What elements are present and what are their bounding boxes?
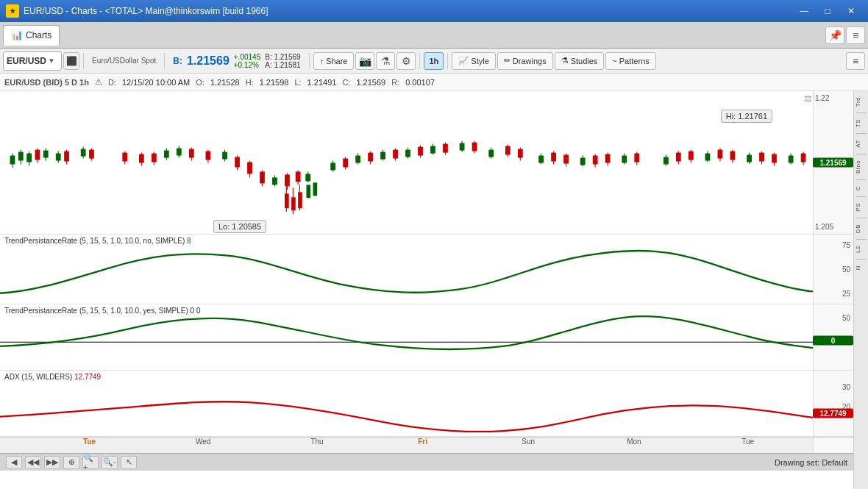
- svg-rect-131: [0, 235, 813, 304]
- zoom-out-button[interactable]: 🔍-: [102, 456, 118, 469]
- sidebar-trd[interactable]: Trd: [855, 94, 868, 110]
- svg-rect-98: [260, 171, 265, 183]
- app-logo: ★: [6, 4, 19, 18]
- svg-rect-96: [235, 157, 240, 168]
- svg-rect-34: [177, 149, 182, 156]
- studies-icon: ⚗: [561, 56, 569, 65]
- svg-rect-42: [430, 146, 435, 154]
- tpr1-svg: [0, 235, 813, 304]
- toolbar-menu-button[interactable]: ≡: [846, 52, 865, 70]
- scale-icon[interactable]: ⚖: [804, 93, 812, 104]
- svg-rect-116: [718, 150, 723, 159]
- low-value: 1.21491: [307, 78, 337, 87]
- svg-rect-100: [296, 171, 301, 182]
- pin-button[interactable]: 📌: [825, 26, 844, 44]
- bid-type-button[interactable]: ⬛: [63, 52, 79, 70]
- svg-rect-46: [580, 158, 586, 165]
- svg-rect-112: [605, 154, 611, 163]
- hi-callout: Hi: 1.21761: [721, 110, 772, 123]
- symbol-selector[interactable]: EUR/USD ▼: [3, 51, 62, 71]
- candle-chart-panel[interactable]: Hi: 1.21761 Lo: 1.20585 1.22 1.21 1.205 …: [0, 91, 853, 235]
- settings-button[interactable]: ⚙: [396, 52, 416, 70]
- zoom-in-button[interactable]: 🔍+: [82, 456, 99, 469]
- close-button[interactable]: ✕: [840, 3, 862, 19]
- sidebar-ts[interactable]: TS: [855, 116, 868, 130]
- sidebar-ps[interactable]: PS: [855, 200, 868, 215]
- menu-button[interactable]: ≡: [846, 26, 865, 44]
- separator-1: [83, 53, 84, 69]
- svg-rect-45: [538, 156, 544, 163]
- tpr1-label: TrendPersistanceRate (5, 15, 5, 1.0, 10.…: [4, 237, 191, 245]
- pointer-button[interactable]: ↖: [121, 456, 137, 469]
- drawings-button[interactable]: ✏ Drawings: [497, 52, 553, 70]
- analyze-button[interactable]: ⚗: [376, 52, 395, 70]
- svg-rect-49: [705, 154, 711, 161]
- svg-rect-32: [81, 149, 86, 157]
- tpr2-value2: 0: [196, 307, 201, 315]
- sidebar-divider-6: [856, 218, 867, 218]
- adx-label: ADX (15, WILDERS) 12.7749: [4, 373, 101, 381]
- minimize-button[interactable]: —: [793, 3, 815, 19]
- sidebar-at[interactable]: AT: [855, 137, 868, 151]
- window-title: EUR/USD - Charts - <TOTAL> Main@thinkors…: [24, 6, 268, 16]
- camera-button[interactable]: 📷: [355, 52, 374, 70]
- share-button[interactable]: ↑ Share: [313, 52, 355, 70]
- current-price-label: 1.21569: [813, 158, 853, 168]
- crosshair-button[interactable]: ⊕: [63, 456, 79, 469]
- sidebar-db[interactable]: DB: [855, 221, 868, 236]
- svg-rect-130: [313, 182, 318, 196]
- svg-rect-101: [343, 159, 348, 168]
- svg-rect-108: [518, 149, 523, 158]
- separator-3: [309, 53, 310, 69]
- charts-tab-label: Charts: [26, 30, 51, 40]
- sidebar-c[interactable]: C: [855, 183, 868, 193]
- chart-info-bar: EUR/USD (BID) 5 D 1h ⚠ D: 12/15/20 10:00…: [0, 74, 868, 91]
- symbol-dropdown-icon[interactable]: ▼: [48, 57, 55, 65]
- svg-rect-111: [593, 156, 598, 165]
- scroll-prev-button[interactable]: ◀◀: [25, 456, 41, 469]
- x-label-tue2: Tue: [741, 438, 754, 446]
- sidebar-l2[interactable]: L2: [855, 243, 868, 256]
- svg-rect-36: [272, 177, 277, 185]
- adx-current: 12.7749: [813, 408, 853, 418]
- high-label: H:: [246, 78, 254, 87]
- right-sidebar: Trd TS AT Btns C PS DB L2 N: [853, 91, 868, 489]
- tpr1-scale: 75 50 25: [813, 235, 853, 304]
- svg-rect-44: [488, 150, 494, 157]
- charts-tab[interactable]: 📊 Charts: [3, 25, 60, 46]
- svg-rect-106: [472, 143, 477, 151]
- open-value: 1.21528: [210, 78, 240, 87]
- svg-rect-29: [26, 154, 32, 163]
- timeframe-button[interactable]: 1h: [424, 52, 444, 70]
- charts-tab-icon: 📊: [11, 29, 23, 40]
- adx-scale: 30 20 12.7749: [813, 371, 853, 436]
- svg-rect-95: [206, 151, 211, 160]
- svg-rect-91: [122, 153, 127, 162]
- svg-rect-89: [64, 151, 69, 162]
- style-button[interactable]: 📈 Style: [452, 52, 495, 70]
- sidebar-btns[interactable]: Btns: [855, 157, 868, 176]
- svg-rect-28: [18, 152, 24, 161]
- sidebar-n[interactable]: N: [855, 263, 868, 273]
- svg-rect-134: [0, 371, 813, 437]
- x-label-tue1: Tue: [83, 438, 96, 446]
- maximize-button[interactable]: □: [817, 3, 839, 19]
- scroll-next-button[interactable]: ▶▶: [44, 456, 60, 469]
- tpr2-label: TrendPersistanceRate (5, 15, 5, 1.0, 10.…: [4, 307, 200, 315]
- svg-rect-92: [139, 154, 144, 163]
- patterns-button[interactable]: ~ Patterns: [605, 52, 655, 70]
- studies-button[interactable]: ⚗ Studies: [555, 52, 605, 70]
- svg-rect-43: [460, 143, 465, 151]
- svg-rect-27: [10, 156, 15, 165]
- sidebar-divider-2: [856, 133, 867, 134]
- toolbar: EUR/USD ▼ ⬛ Euro/USDollar Spot B: 1.2156…: [0, 49, 868, 74]
- scroll-left-button[interactable]: ◀: [6, 456, 22, 469]
- svg-rect-39: [355, 156, 360, 163]
- lo-callout: Lo: 1.20585: [213, 220, 266, 233]
- svg-rect-118: [759, 153, 764, 162]
- svg-rect-51: [789, 156, 794, 163]
- bid-ask-display: B: 1.21569 A: 1.21581: [265, 53, 300, 69]
- svg-rect-94: [189, 149, 194, 158]
- svg-rect-103: [393, 150, 398, 159]
- svg-rect-115: [689, 151, 694, 160]
